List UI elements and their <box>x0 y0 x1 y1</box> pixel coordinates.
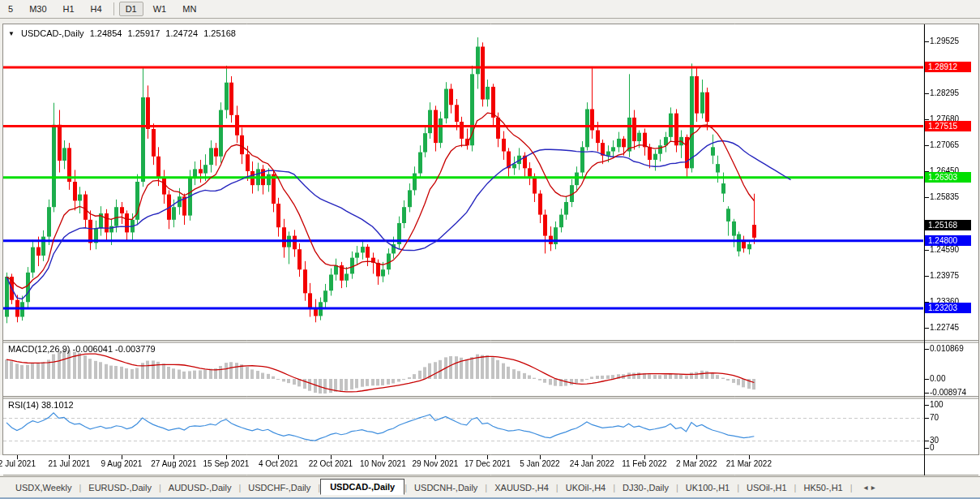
tab-uk100-h1[interactable]: UK100-,H1 <box>678 480 737 495</box>
tab-usdcad-daily[interactable]: USDCAD-,Daily <box>320 479 404 495</box>
price-axis-tick: 1.27065 <box>930 140 959 149</box>
date-axis-label: 22 Oct 2021 <box>309 459 353 468</box>
tab-usdchf-daily[interactable]: USDCHF-,Daily <box>241 480 318 495</box>
date-axis-label: 24 Jan 2022 <box>570 459 614 468</box>
rsi-value: 38.1012 <box>41 400 74 410</box>
rsi-axis-tick: 100 <box>930 400 944 409</box>
price-axis-tick: 1.23975 <box>930 271 959 280</box>
chart-canvas[interactable] <box>0 0 980 499</box>
macd-indicator-label: MACD(12,26,9) -0.006041 -0.003779 <box>8 344 156 354</box>
price-axis-tick: 1.25835 <box>930 192 959 201</box>
date-axis-label: 27 Aug 2021 <box>151 459 196 468</box>
timeframe-button-5[interactable]: 5 <box>2 2 19 16</box>
symbol-dropdown-icon[interactable]: ▼ <box>8 30 15 37</box>
macd-axis-tick: -0.008974 <box>930 388 966 397</box>
tab-eurusd-daily[interactable]: EURUSD-,Daily <box>81 480 159 495</box>
date-axis-label: 11 Feb 2022 <box>622 459 666 468</box>
timeframe-button-h1[interactable]: H1 <box>57 2 81 16</box>
price-axis-tick: 1.29525 <box>930 37 959 45</box>
date-axis-label: 2 Mar 2022 <box>676 459 717 468</box>
tab-audusd-daily[interactable]: AUDUSD-,Daily <box>161 480 239 495</box>
macd-signal-value: -0.003779 <box>115 344 156 354</box>
macd-axis-tick: 0.010869 <box>930 344 964 353</box>
date-axis-label: 5 Jan 2022 <box>520 459 560 468</box>
level-price-tag: 1.23203 <box>925 303 971 313</box>
date-axis-label: 10 Nov 2021 <box>360 459 406 468</box>
timeframe-button-mn[interactable]: MN <box>176 2 203 16</box>
toolbar-divider <box>113 2 114 15</box>
date-axis-label: 15 Sep 2021 <box>203 459 250 468</box>
date-axis-label: 21 Jul 2021 <box>49 459 91 468</box>
date-axis-label: 17 Dec 2021 <box>464 459 511 468</box>
chart-tab-bar: USDX,Weekly|EURUSD-,Daily|AUDUSD-,Daily|… <box>0 476 980 497</box>
date-axis-label: 29 Nov 2021 <box>413 459 459 468</box>
tab-usoil-h1[interactable]: USOil-,H1 <box>739 480 794 495</box>
tab-scroll-left-icon[interactable]: ◂ <box>864 483 871 492</box>
tab-ukoil-h4[interactable]: UKOil-,H4 <box>558 480 614 495</box>
tab-dj30-daily[interactable]: DJ30-,Daily <box>615 480 676 495</box>
timeframe-button-d1[interactable]: D1 <box>119 2 143 16</box>
price-axis-tick: 1.22745 <box>930 323 959 332</box>
tab-xauusd-h4[interactable]: XAUUSD-,H4 <box>487 480 556 495</box>
level-price-tag: 1.24800 <box>925 235 971 246</box>
date-axis-label: 9 Aug 2021 <box>101 459 143 468</box>
rsi-axis-tick: 70 <box>930 413 939 422</box>
macd-main-value: -0.006041 <box>72 344 113 354</box>
price-axis-tick: 1.24590 <box>930 245 959 254</box>
level-price-tag: 1.28912 <box>925 62 971 72</box>
tab-separator: | <box>850 483 853 493</box>
price-axis-tick: 1.28295 <box>930 88 959 97</box>
chart-title: ▼ USDCAD-,Daily 1.24854 1.25917 1.24724 … <box>8 28 239 38</box>
date-axis-label: 21 Mar 2022 <box>726 459 772 468</box>
rsi-indicator-label: RSI(14) 38.1012 <box>8 400 74 410</box>
tab-hk50-h1[interactable]: HK50-,H1 <box>796 480 849 495</box>
rsi-axis-tick: 0 <box>930 443 935 452</box>
ohlc-low: 1.24724 <box>165 28 198 38</box>
current-price-tag: 1.25168 <box>925 220 971 230</box>
macd-axis-tick: 0.00 <box>930 374 945 383</box>
mt4-chart-window: 5M30H1H4D1W1MN ▼ USDCAD-,Daily 1.24854 1… <box>0 0 980 499</box>
ohlc-high: 1.25917 <box>128 28 160 38</box>
tab-scroll-right-icon[interactable]: ▸ <box>871 483 879 492</box>
ohlc-open: 1.24854 <box>90 28 122 38</box>
ohlc-close: 1.25168 <box>203 28 236 38</box>
level-price-tag: 1.27515 <box>925 121 971 131</box>
level-price-tag: 1.26303 <box>925 172 971 183</box>
tab-usdcnh-daily[interactable]: USDCNH-,Daily <box>407 480 485 495</box>
chart-symbol-label: USDCAD-,Daily <box>21 28 84 38</box>
timeframe-button-w1[interactable]: W1 <box>147 2 173 16</box>
date-axis-label: 2 Jul 2021 <box>0 459 36 468</box>
timeframe-button-h4[interactable]: H4 <box>84 2 109 16</box>
tab-usdx-weekly[interactable]: USDX,Weekly <box>8 480 79 495</box>
date-axis-label: 4 Oct 2021 <box>259 459 298 468</box>
timeframe-button-m30[interactable]: M30 <box>23 2 53 16</box>
timeframe-toolbar: 5M30H1H4D1W1MN <box>0 0 980 19</box>
